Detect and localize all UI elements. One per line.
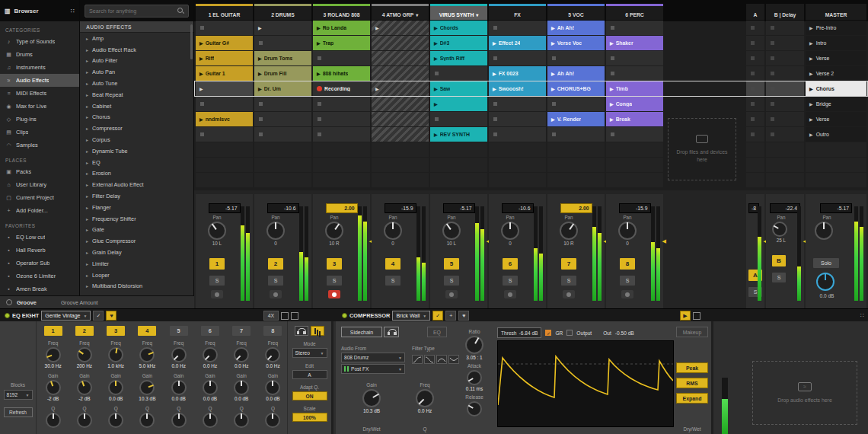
effects-list-item-multiband-distorsion[interactable]: ▸Multiband Distorsion xyxy=(80,281,193,292)
clip-slot[interactable] xyxy=(254,112,311,126)
groove-amount-label[interactable]: Groove Amount xyxy=(61,300,98,305)
sidebar-item-midi-effects[interactable]: ≡MIDI Effects xyxy=(0,87,79,100)
gain-knob[interactable] xyxy=(234,380,249,395)
sidechain-eq-toggle[interactable]: EQ xyxy=(427,327,447,337)
pan-knob[interactable] xyxy=(266,222,285,240)
clip-slot[interactable]: Recording xyxy=(313,81,370,96)
volume-value[interactable]: -10.6 xyxy=(267,203,299,213)
clip-conga[interactable]: ▶Conga xyxy=(606,97,663,111)
freq-knob[interactable] xyxy=(171,347,187,362)
track-activator[interactable]: 7 xyxy=(561,258,576,270)
scene-verse-2-3[interactable]: ▶Verse 2 xyxy=(806,66,866,81)
clip-slot[interactable] xyxy=(313,112,370,126)
clip-slot[interactable] xyxy=(313,97,370,111)
clip-slot[interactable] xyxy=(766,81,804,96)
clip-d-3[interactable]: ▶D#3 xyxy=(430,36,487,50)
clip-slot[interactable] xyxy=(766,112,804,126)
return-header-b-delay[interactable]: B | Delay xyxy=(766,4,804,20)
freq-knob[interactable] xyxy=(46,347,61,362)
release-knob[interactable] xyxy=(467,401,482,416)
clip-slot[interactable] xyxy=(372,97,429,111)
expand-mode-button[interactable]: Expand xyxy=(676,393,708,404)
clip-ah-ah[interactable]: ▶Ah Ah! xyxy=(547,66,605,81)
hot-swap-button[interactable]: ▶ xyxy=(680,311,691,321)
sidebar-item-packs[interactable]: ▣Packs xyxy=(0,165,79,178)
gain-knob[interactable] xyxy=(171,380,187,395)
arm-button[interactable] xyxy=(621,290,633,298)
band-4-button[interactable]: 4 xyxy=(138,326,156,336)
effects-list-item-amp[interactable]: ▸Amp xyxy=(80,33,193,44)
track-header-4-atmo-grp[interactable]: 4 ATMO GRP▾ xyxy=(372,4,429,20)
clip-rev-synth[interactable]: ▶REV SYNTH xyxy=(430,127,487,142)
solo-button[interactable]: S xyxy=(620,276,635,286)
clip-slot[interactable] xyxy=(489,51,546,65)
eq-device-on-led[interactable] xyxy=(5,313,10,318)
scene-pre-intro-0[interactable]: ▶Pre-Intro xyxy=(806,21,866,35)
gain-knob[interactable] xyxy=(108,380,123,395)
pan-knob[interactable] xyxy=(501,222,519,240)
effects-list-item-cabinet[interactable]: ▸Cabinet xyxy=(80,101,193,112)
clip-slot[interactable] xyxy=(547,127,605,142)
clip-slot[interactable] xyxy=(766,21,804,35)
effects-list-item-glue-compressor[interactable]: ▸Glue Compressor xyxy=(80,235,193,247)
clip-fx-0023[interactable]: ▶FX 0023 xyxy=(489,66,546,81)
expand-device-icon[interactable] xyxy=(693,312,700,320)
fold-device-icon[interactable] xyxy=(291,312,298,320)
scene-bridge-5[interactable]: ▶Bridge xyxy=(806,97,866,111)
gain-knob[interactable] xyxy=(265,380,280,395)
gain-knob[interactable] xyxy=(362,389,381,407)
clip-v-render[interactable]: ▶V. Render xyxy=(547,112,605,126)
sidebar-item-ozone-6-limiter[interactable]: ▪Ozone 6 Limiter xyxy=(0,270,79,282)
effects-list-item-dynamic-tube[interactable]: ▸Dynamic Tube xyxy=(80,145,193,157)
clip-nndmlsvc[interactable]: ▶nndmlsvc xyxy=(196,112,253,126)
clip-slot[interactable] xyxy=(372,112,429,126)
volume-value[interactable]: -15.9 xyxy=(385,203,416,213)
q-knob[interactable] xyxy=(265,413,280,428)
track-header-5-voc[interactable]: 5 VOC xyxy=(547,4,605,20)
sidebar-item-user-library[interactable]: ⌂User Library xyxy=(0,178,79,191)
clip-slot[interactable] xyxy=(606,21,663,35)
threshold-control[interactable]: Thresh -6.84 dB xyxy=(497,327,541,338)
clip-slot[interactable] xyxy=(746,81,764,96)
routing-point-select[interactable]: Post FX▼ xyxy=(341,364,405,374)
sidebar-item-clips[interactable]: ▤Clips xyxy=(0,126,79,139)
eq-preset-select[interactable]: Gentle Vintage▼ xyxy=(41,311,91,321)
solo-button[interactable]: S xyxy=(503,276,518,286)
sidebar-item-amen-break[interactable]: ▪Amen Break xyxy=(0,282,79,295)
track-header-6-perc[interactable]: 6 PERC xyxy=(606,4,663,20)
gain-knob[interactable] xyxy=(203,380,218,395)
clip-slot[interactable] xyxy=(489,21,546,35)
clip-slot[interactable] xyxy=(254,36,311,50)
sidebar-item-samples[interactable]: ◠Samples xyxy=(0,139,79,152)
eq-save-preset-button[interactable]: ✓ xyxy=(93,311,104,321)
clip-slot[interactable] xyxy=(254,127,311,142)
freq-knob[interactable] xyxy=(265,347,280,362)
sidebar-item-add-folder[interactable]: +Add Folder... xyxy=(0,204,79,217)
q-knob[interactable] xyxy=(203,413,218,428)
clip-drum-fill[interactable]: ▶Drum Fill xyxy=(254,66,311,81)
clip-guitar-g[interactable]: ▶Guitar G# xyxy=(196,36,253,50)
band-8-button[interactable]: 8 xyxy=(263,326,282,336)
attack-knob[interactable] xyxy=(467,370,482,385)
pan-knob[interactable] xyxy=(384,222,402,240)
gain-value[interactable]: 10.3 dB xyxy=(363,408,380,413)
effects-list-item-beat-repeat[interactable]: ▸Beat Repeat xyxy=(80,89,193,101)
band-5-button[interactable]: 5 xyxy=(170,326,188,336)
clip-slot[interactable] xyxy=(430,66,487,81)
eq-favorite-button[interactable]: ♥ xyxy=(106,311,116,321)
solo-button[interactable]: S xyxy=(268,276,283,286)
scene-intro-1[interactable]: ▶Intro xyxy=(806,36,866,50)
scene-outro-7[interactable]: ▶Outro xyxy=(806,127,866,142)
volume-value[interactable]: -5.17 xyxy=(820,203,852,213)
effects-list-item-chorus[interactable]: ▸Chorus xyxy=(80,112,193,123)
effects-list-item-eq[interactable]: ▸EQ xyxy=(80,157,193,168)
clip-slot[interactable] xyxy=(766,127,804,142)
effects-list-item-frequency-shifter[interactable]: ▸Frequency Shifter xyxy=(80,213,193,225)
scrollbar-thumb[interactable] xyxy=(190,24,193,59)
effects-list-item-audio-effect-rack[interactable]: ▸Audio Effect Rack xyxy=(80,44,193,56)
solo-button[interactable]: Solo xyxy=(813,258,839,268)
track-header-3-roland-808[interactable]: 3 ROLAND 808 xyxy=(313,4,370,20)
volume-value[interactable]: -5.17 xyxy=(209,203,241,213)
clip-slot[interactable] xyxy=(766,51,804,65)
clip-slot[interactable] xyxy=(489,112,546,126)
